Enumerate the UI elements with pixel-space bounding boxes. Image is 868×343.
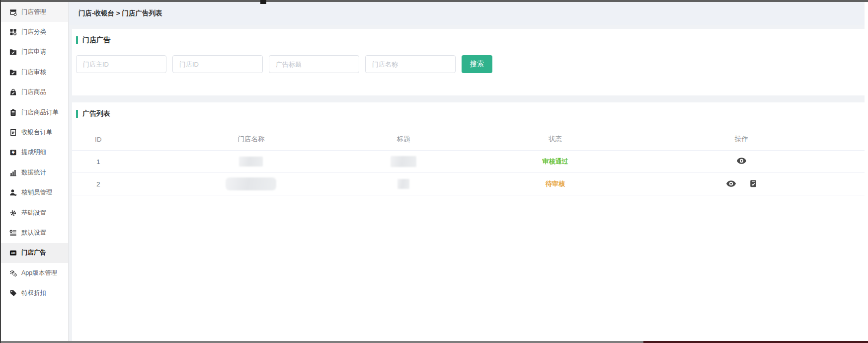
col-header-store-name: 门店名称 (125, 128, 378, 151)
vertical-scrollbar[interactable] (865, 2, 868, 341)
cell-id: 2 (72, 173, 125, 195)
sidebar-item-store-goods[interactable]: 门店商品 (1, 83, 68, 102)
ad-badge-icon: AD (9, 249, 17, 257)
cell-title (378, 173, 429, 195)
store-owner-id-input[interactable] (76, 55, 166, 73)
sidebar-item-store-management[interactable]: 门店管理 (1, 2, 68, 22)
cell-status: 审核通过 (429, 151, 681, 173)
folder-check-icon (9, 48, 17, 56)
svg-text:¥: ¥ (11, 151, 14, 155)
ad-title-input[interactable] (269, 55, 359, 73)
sidebar-item-store-category[interactable]: 门店分类 (1, 22, 68, 42)
person-gear-icon (9, 189, 17, 197)
search-filters: 搜索 (76, 55, 868, 73)
receipt-icon (9, 129, 17, 137)
cell-id: 1 (72, 151, 125, 173)
sidebar-item-store-apply[interactable]: 门店申请 (1, 42, 68, 62)
sidebar-item-label: 基础设置 (21, 209, 46, 217)
wallet-yen-icon: ¥ (9, 149, 17, 157)
sidebar-item-label: 门店审核 (21, 68, 46, 77)
col-header-action: 操作 (681, 128, 802, 151)
title-accent-bar (76, 110, 78, 118)
cell-actions (681, 151, 802, 173)
sidebar-item-verifier-management[interactable]: 核销员管理 (1, 183, 68, 203)
sidebar-item-store-ads[interactable]: AD 门店广告 (1, 243, 68, 263)
bar-chart-icon (9, 169, 17, 176)
cell-title (378, 151, 429, 173)
ad-list-title-text: 广告列表 (82, 109, 110, 118)
breadcrumb-text: 门店-收银台 > 门店广告列表 (79, 9, 162, 17)
sidebar-item-label: App版本管理 (21, 269, 57, 277)
window-bottom-edge (0, 341, 868, 343)
cell-store-name (125, 151, 378, 173)
search-card-title: 门店广告 (72, 29, 868, 45)
redacted-ad-title (391, 156, 416, 167)
sidebar-item-label: 收银台订单 (21, 128, 53, 137)
clipboard-lines-icon (9, 108, 17, 116)
double-gear-icon (9, 269, 17, 277)
sidebar-item-label: 门店申请 (21, 48, 46, 56)
audit-clipboard-check-icon[interactable] (750, 179, 757, 187)
col-header-id: ID (72, 128, 125, 151)
table-header-row: ID 门店名称 标题 状态 操作 (72, 128, 868, 151)
sidebar-item-label: 默认设置 (21, 229, 46, 237)
main-content: 门店-收银台 > 门店广告列表 门店广告 搜索 广告列表 ID 门店名称 标题 (69, 2, 868, 341)
ad-table: ID 门店名称 标题 状态 操作 1 审核通过 (72, 128, 868, 195)
redacted-store-name (239, 157, 263, 167)
bag-check-icon (9, 88, 17, 96)
sidebar-item-label: 门店广告 (21, 249, 46, 257)
table-row: 1 审核通过 (72, 151, 868, 173)
search-card: 门店广告 搜索 (72, 29, 868, 95)
tag-icon (9, 289, 17, 297)
cell-filler (802, 151, 868, 173)
folder-check-icon (9, 68, 17, 76)
sidebar: 门店管理 门店分类 门店申请 门店审核 门店商品 门店商品订单 (1, 2, 69, 341)
cell-actions (681, 173, 802, 195)
window-top-edge (0, 0, 868, 2)
table-row: 2 待审核 (72, 173, 868, 195)
ad-list-card: 广告列表 ID 门店名称 标题 状态 操作 1 审核通过 (72, 102, 868, 341)
window-left-edge (0, 0, 1, 343)
view-eye-icon[interactable] (737, 158, 746, 164)
sidebar-item-store-audit[interactable]: 门店审核 (1, 62, 68, 82)
redacted-store-name (226, 177, 276, 190)
store-name-input[interactable] (365, 55, 456, 73)
store-id-input[interactable] (172, 55, 263, 73)
view-eye-icon[interactable] (726, 180, 736, 187)
sidebar-item-label: 门店商品 (21, 88, 46, 96)
search-card-title-text: 门店广告 (82, 36, 110, 45)
sidebar-item-default-settings[interactable]: 默认设置 (1, 223, 68, 243)
redacted-ad-title (397, 179, 409, 189)
window-top-notch (260, 0, 266, 4)
col-header-title: 标题 (378, 128, 429, 151)
breadcrumb: 门店-收银台 > 门店广告列表 (69, 2, 868, 25)
sidebar-item-label: 提成明细 (21, 148, 46, 157)
status-badge: 审核通过 (542, 158, 568, 165)
sidebar-item-app-version[interactable]: App版本管理 (1, 263, 68, 283)
ad-list-title: 广告列表 (72, 102, 868, 118)
category-grid-icon (9, 28, 17, 36)
cell-store-name (125, 173, 378, 195)
sliders-icon (9, 229, 17, 237)
col-header-status: 状态 (429, 128, 681, 151)
gear-icon (9, 209, 17, 217)
sidebar-item-store-goods-orders[interactable]: 门店商品订单 (1, 102, 68, 122)
cell-filler (802, 173, 868, 195)
sidebar-item-label: 门店商品订单 (21, 108, 59, 117)
sidebar-item-privilege-discount[interactable]: 特权折扣 (1, 283, 68, 303)
title-accent-bar (76, 36, 78, 44)
sidebar-item-basic-settings[interactable]: 基础设置 (1, 203, 68, 223)
svg-text:AD: AD (11, 252, 15, 255)
sidebar-item-data-statistics[interactable]: 数据统计 (1, 163, 68, 182)
cell-status: 待审核 (429, 173, 681, 195)
search-button[interactable]: 搜索 (462, 55, 492, 73)
storefront-icon (9, 8, 17, 16)
sidebar-item-commission-detail[interactable]: ¥ 提成明细 (1, 143, 68, 163)
sidebar-item-label: 数据统计 (21, 169, 46, 177)
sidebar-item-label: 门店管理 (21, 8, 46, 16)
col-header-filler (802, 128, 868, 151)
sidebar-item-cashier-orders[interactable]: 收银台订单 (1, 122, 68, 142)
sidebar-item-label: 核销员管理 (21, 188, 53, 197)
window-bottom-edge-accent (643, 341, 868, 343)
sidebar-item-label: 特权折扣 (21, 289, 46, 297)
